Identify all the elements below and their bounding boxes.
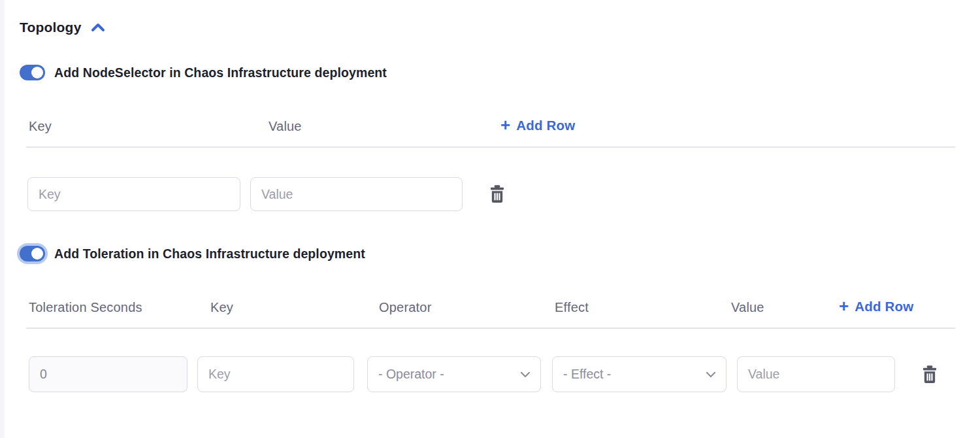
topology-section-header[interactable]: Topology	[20, 20, 106, 35]
chevron-down-icon	[705, 371, 717, 379]
toleration-delete-row-button[interactable]	[921, 364, 939, 384]
toleration-col-effect: Effect	[555, 300, 589, 315]
panel-left-edge	[0, 0, 5, 438]
node-selector-key-input[interactable]	[27, 177, 240, 211]
toleration-add-row-button[interactable]: + Add Row	[839, 299, 913, 314]
node-selector-delete-row-button[interactable]	[488, 184, 506, 204]
toleration-toggle[interactable]	[20, 246, 45, 261]
trash-icon	[921, 377, 939, 386]
toleration-effect-select[interactable]: - Effect -	[552, 356, 727, 392]
toleration-toggle-row: Add Toleration in Chaos Infrastructure d…	[20, 246, 365, 261]
toleration-col-operator: Operator	[379, 300, 432, 315]
effect-selected-value: - Effect -	[563, 367, 611, 382]
add-row-label: Add Row	[516, 118, 575, 133]
node-selector-header-divider	[26, 146, 955, 148]
toleration-operator-select[interactable]: - Operator -	[367, 356, 541, 392]
toleration-key-input[interactable]	[197, 356, 354, 392]
chevron-up-icon[interactable]	[90, 22, 106, 33]
node-selector-col-value: Value	[269, 119, 302, 134]
toleration-value-input[interactable]	[737, 356, 895, 392]
toleration-col-key: Key	[210, 300, 233, 315]
toleration-toggle-label: Add Toleration in Chaos Infrastructure d…	[54, 246, 365, 261]
add-row-label: Add Row	[855, 299, 913, 314]
plus-icon: +	[839, 299, 849, 312]
toggle-knob	[31, 248, 43, 260]
toleration-seconds-input[interactable]	[29, 356, 188, 392]
node-selector-col-key: Key	[29, 119, 52, 134]
trash-icon	[488, 196, 506, 206]
section-title: Topology	[20, 20, 82, 35]
node-selector-toggle-label: Add NodeSelector in Chaos Infrastructure…	[54, 65, 387, 80]
toleration-header-divider	[26, 328, 955, 329]
node-selector-toggle[interactable]	[20, 65, 45, 80]
node-selector-toggle-row: Add NodeSelector in Chaos Infrastructure…	[20, 65, 387, 80]
plus-icon: +	[500, 118, 510, 131]
operator-selected-value: - Operator -	[378, 367, 444, 382]
node-selector-add-row-button[interactable]: + Add Row	[500, 118, 575, 133]
topology-settings-panel: Topology Add NodeSelector in Chaos Infra…	[0, 0, 980, 438]
toleration-col-seconds: Toleration Seconds	[29, 300, 142, 315]
toggle-knob	[31, 67, 43, 78]
node-selector-value-input[interactable]	[250, 177, 463, 211]
toleration-col-value: Value	[731, 300, 764, 315]
chevron-down-icon	[519, 371, 531, 379]
